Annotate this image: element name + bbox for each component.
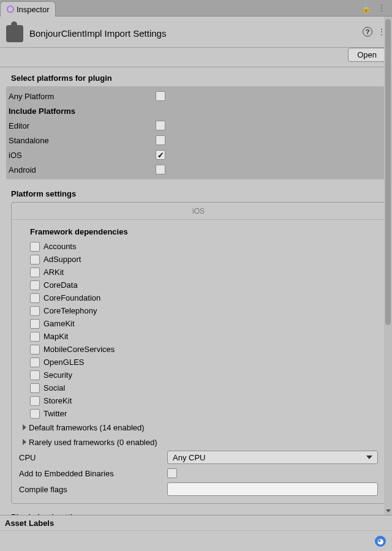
framework-checkbox[interactable]	[30, 370, 40, 380]
platform-label: Editor	[9, 121, 156, 130]
platform-settings-box: iOS Framework dependencies AccountsAdSup…	[11, 202, 386, 504]
framework-item[interactable]: StoreKit	[30, 394, 382, 407]
platform-row-editor[interactable]: Editor	[6, 118, 386, 133]
chevron-right-icon	[23, 439, 26, 445]
footer: ◕	[0, 530, 392, 551]
framework-item[interactable]: CoreData	[30, 279, 382, 291]
framework-label: Social	[43, 383, 65, 392]
kebab-icon[interactable]: ⋮	[377, 3, 386, 13]
framework-checkbox[interactable]	[30, 319, 40, 329]
platform-label: iOS	[9, 151, 156, 160]
any-platform-label: Any Platform	[9, 92, 156, 101]
chevron-right-icon	[23, 424, 26, 430]
platform-label: Android	[9, 165, 156, 174]
embedded-checkbox[interactable]	[167, 468, 177, 478]
framework-checkbox[interactable]	[30, 332, 40, 342]
framework-checkbox[interactable]	[30, 255, 40, 264]
asset-labels-title: Asset Labels	[0, 515, 392, 530]
framework-label: GameKit	[43, 319, 75, 328]
tab-bar: Inspector 🔒 ⋮	[0, 0, 392, 17]
framework-label: CoreFoundation	[43, 293, 100, 302]
framework-checkbox[interactable]	[30, 345, 40, 354]
frameworks-list: AccountsAdSupportARKitCoreDataCoreFounda…	[15, 240, 382, 420]
help-icon[interactable]: ?	[363, 27, 372, 37]
framework-label: StoreKit	[43, 396, 72, 405]
framework-item[interactable]: GameKit	[30, 317, 382, 330]
tab-label: Inspector	[17, 5, 49, 14]
any-platform-checkbox[interactable]	[156, 91, 165, 101]
framework-label: Security	[43, 370, 72, 380]
framework-label: MobileCoreServices	[43, 345, 115, 354]
plugin-icon	[6, 25, 23, 42]
framework-checkbox[interactable]	[30, 242, 40, 252]
asset-title: BonjourClientImpl Import Settings	[29, 26, 356, 39]
cpu-row: CPU Any CPU	[15, 449, 382, 465]
platform-settings-title: Platform settings	[0, 183, 392, 202]
cloud-icon[interactable]: ◕	[375, 536, 386, 547]
any-platform-row[interactable]: Any Platform	[6, 89, 386, 103]
rare-frameworks-label: Rarely used frameworks (0 enabled)	[29, 438, 157, 447]
framework-label: MapKit	[43, 332, 68, 341]
scrollbar[interactable]	[384, 17, 392, 515]
framework-item[interactable]: Twitter	[30, 407, 382, 420]
embedded-label: Add to Embedded Binaries	[19, 469, 164, 478]
embedded-row: Add to Embedded Binaries	[15, 465, 382, 481]
platform-row-android[interactable]: Android	[6, 162, 386, 177]
cpu-value: Any CPU	[173, 453, 205, 462]
default-frameworks-label: Default frameworks (14 enabled)	[29, 423, 145, 432]
platform-checkbox[interactable]	[156, 135, 165, 145]
framework-item[interactable]: Accounts	[30, 240, 382, 253]
framework-checkbox[interactable]	[30, 280, 40, 290]
framework-label: Accounts	[43, 242, 76, 251]
framework-item[interactable]: MobileCoreServices	[30, 343, 382, 356]
framework-item[interactable]: Security	[30, 369, 382, 381]
framework-checkbox[interactable]	[30, 358, 40, 367]
framework-checkbox[interactable]	[30, 383, 40, 393]
cpu-label: CPU	[19, 453, 164, 462]
rare-frameworks-foldout[interactable]: Rarely used frameworks (0 enabled)	[15, 435, 382, 449]
compile-flags-input[interactable]	[167, 482, 378, 496]
open-button[interactable]: Open	[348, 48, 386, 62]
platform-settings-tab[interactable]: iOS	[12, 203, 385, 220]
platform-tab-label: iOS	[192, 207, 205, 216]
framework-checkbox[interactable]	[30, 268, 40, 277]
framework-checkbox[interactable]	[30, 293, 40, 303]
framework-label: CoreTelephony	[43, 306, 97, 315]
platform-checkbox[interactable]	[156, 150, 165, 160]
platform-row-ios[interactable]: iOS	[6, 148, 386, 162]
platforms-panel: Any Platform Include Platforms EditorSta…	[6, 86, 386, 179]
default-frameworks-foldout[interactable]: Default frameworks (14 enabled)	[15, 420, 382, 435]
lock-icon[interactable]: 🔒	[361, 3, 371, 13]
inspector-icon	[7, 6, 14, 13]
framework-label: OpenGLES	[43, 358, 85, 367]
framework-checkbox[interactable]	[30, 306, 40, 316]
framework-item[interactable]: MapKit	[30, 330, 382, 343]
compile-label: Compile flags	[19, 485, 164, 494]
framework-item[interactable]: CoreTelephony	[30, 304, 382, 317]
include-platforms-title: Include Platforms	[6, 103, 386, 118]
platform-row-standalone[interactable]: Standalone	[6, 133, 386, 148]
framework-item[interactable]: AdSupport	[30, 253, 382, 266]
framework-label: ARKit	[43, 268, 64, 277]
chevron-down-icon	[366, 455, 372, 459]
platform-checkbox[interactable]	[156, 121, 165, 130]
platform-label: Standalone	[9, 136, 156, 145]
framework-item[interactable]: Social	[30, 381, 382, 394]
framework-item[interactable]: CoreFoundation	[30, 291, 382, 304]
framework-label: Twitter	[43, 409, 67, 418]
compile-row: Compile flags	[15, 481, 382, 497]
frameworks-title: Framework dependencies	[15, 227, 382, 240]
framework-item[interactable]: ARKit	[30, 266, 382, 279]
scroll-down-icon[interactable]	[385, 508, 391, 514]
framework-checkbox[interactable]	[30, 409, 40, 419]
framework-label: AdSupport	[43, 255, 81, 264]
asset-header: BonjourClientImpl Import Settings ? ⋮	[0, 17, 392, 48]
framework-label: CoreData	[43, 280, 78, 290]
platform-checkbox[interactable]	[156, 165, 165, 174]
tab-inspector[interactable]: Inspector	[0, 1, 56, 17]
cpu-dropdown[interactable]: Any CPU	[167, 451, 378, 464]
framework-checkbox[interactable]	[30, 396, 40, 406]
framework-item[interactable]: OpenGLES	[30, 356, 382, 369]
scrollbar-thumb[interactable]	[385, 19, 391, 325]
platforms-title: Select platforms for plugin	[0, 67, 392, 86]
